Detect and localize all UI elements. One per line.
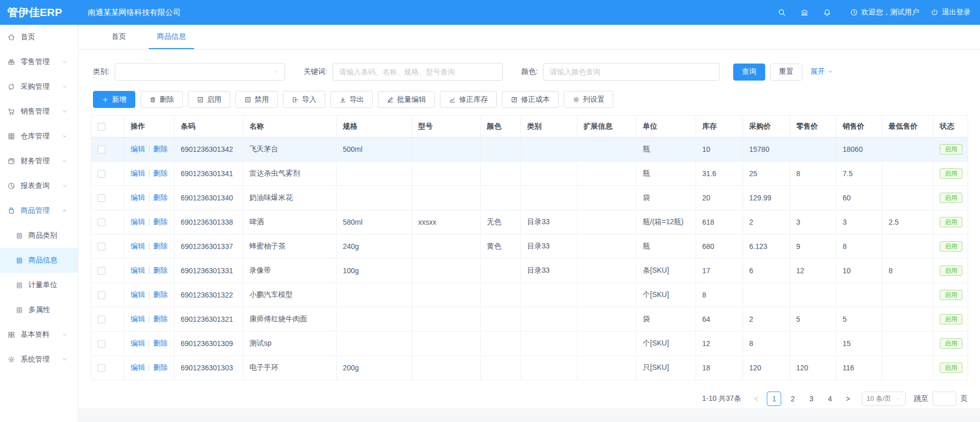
cell-model [412, 283, 481, 307]
row-checkbox[interactable] [98, 267, 105, 275]
expand-toggle[interactable]: 展开 [811, 67, 833, 76]
row-checkbox[interactable] [98, 218, 105, 226]
row-checkbox[interactable] [98, 146, 105, 153]
edit-link[interactable]: 编辑 [131, 266, 145, 274]
edit-link[interactable]: 编辑 [131, 242, 145, 250]
sidebar-item-8[interactable]: 基本资料 [0, 322, 78, 347]
prev-page-button[interactable]: < [749, 392, 763, 406]
edit-link[interactable]: 编辑 [131, 290, 145, 299]
filter-row: 类别: 关键词: 颜色: 查询 重置 展开 [78, 50, 980, 87]
doc-icon [15, 232, 23, 240]
cell-category: 目录33 [521, 210, 577, 235]
sidebar-item-1[interactable]: 零售管理 [0, 50, 78, 74]
platform-icon[interactable] [793, 0, 816, 25]
toolbar-button-4[interactable]: 导入 [283, 91, 325, 108]
delete-link[interactable]: 删除 [153, 363, 168, 371]
sidebar-subitem-7-0[interactable]: 商品类别 [0, 223, 78, 248]
edit-link[interactable]: 编辑 [131, 363, 145, 371]
cell-name: 小鹏汽车模型 [243, 283, 337, 307]
toolbar-button-1[interactable]: 删除 [140, 91, 183, 108]
edit-link[interactable]: 编辑 [131, 169, 145, 177]
pagination-total: 1-10 共37条 [702, 394, 741, 403]
notification-bell-icon[interactable] [816, 0, 839, 25]
row-checkbox[interactable] [98, 194, 105, 202]
delete-link[interactable]: 删除 [153, 266, 168, 274]
add-button[interactable]: 新增 [93, 91, 135, 108]
row-checkbox[interactable] [98, 291, 105, 299]
sidebar-item-label: 商品管理 [21, 206, 50, 215]
sidebar: 首页零售管理采购管理销售管理仓库管理财务管理报表查询商品管理商品类别商品信息计量… [0, 25, 78, 422]
sidebar-item-2[interactable]: 采购管理 [0, 74, 78, 99]
reset-button[interactable]: 重置 [770, 64, 802, 81]
category-select[interactable] [115, 63, 285, 81]
edit-link[interactable]: 编辑 [131, 315, 145, 323]
delete-link[interactable]: 删除 [153, 315, 168, 323]
search-button[interactable]: 查询 [733, 64, 765, 81]
tab-1[interactable]: 商品信息 [149, 25, 194, 49]
cell-stock: 680 [696, 235, 743, 259]
cell-stock: 17 [696, 259, 743, 283]
cell-category [521, 186, 577, 210]
edit-link[interactable]: 编辑 [131, 193, 145, 201]
sidebar-subitem-7-3[interactable]: 多属性 [0, 298, 78, 322]
color-input[interactable] [543, 63, 720, 81]
edit-link[interactable]: 编辑 [131, 145, 145, 153]
sidebar-item-9[interactable]: 系统管理 [0, 347, 78, 372]
toolbar-button-9[interactable]: 列设置 [564, 91, 613, 108]
delete-link[interactable]: 删除 [153, 193, 168, 201]
jump-page-input[interactable] [932, 392, 956, 406]
sidebar-item-7[interactable]: 商品管理 [0, 198, 78, 223]
cell-retail [790, 332, 836, 356]
page-number-1[interactable]: 1 [767, 392, 781, 406]
edit-link[interactable]: 编辑 [131, 217, 145, 226]
delete-link[interactable]: 删除 [153, 145, 168, 153]
main-area: 首页商品信息 类别: 关键词: 颜色: 查询 重置 展开 [78, 25, 980, 422]
col-header: 零售价 [790, 116, 836, 137]
sidebar-item-3[interactable]: 销售管理 [0, 99, 78, 124]
select-all-checkbox[interactable] [98, 123, 105, 131]
sidebar-subitem-7-2[interactable]: 计量单位 [0, 273, 78, 298]
row-checkbox[interactable] [98, 170, 105, 178]
sidebar-item-5[interactable]: 财务管理 [0, 149, 78, 174]
toolbar-button-6[interactable]: 批量编辑 [378, 91, 435, 108]
page-size-select[interactable]: 10 条/页 [862, 392, 906, 406]
logout-button[interactable]: 退出登录 [930, 8, 971, 17]
delete-link[interactable]: 删除 [153, 217, 168, 226]
cell-stock: 8 [696, 283, 743, 307]
sidebar-item-0[interactable]: 首页 [0, 25, 78, 50]
edit-link[interactable]: 编辑 [131, 339, 145, 347]
delete-link[interactable]: 删除 [153, 169, 168, 177]
toolbar-button-2[interactable]: 启用 [188, 91, 230, 108]
delete-link[interactable]: 删除 [153, 242, 168, 250]
toolbar-button-5[interactable]: 导出 [330, 91, 373, 108]
chevron-down-icon [61, 108, 68, 115]
row-checkbox[interactable] [98, 243, 105, 251]
next-page-button[interactable]: > [841, 392, 855, 406]
welcome-user[interactable]: 欢迎您，测试用户 [850, 8, 919, 17]
row-checkbox[interactable] [98, 316, 105, 323]
page-number-4[interactable]: 4 [823, 392, 837, 406]
search-icon[interactable] [770, 0, 793, 25]
sidebar-item-6[interactable]: 报表查询 [0, 174, 78, 198]
sidebar-item-4[interactable]: 仓库管理 [0, 124, 78, 149]
cell-min_price [882, 235, 934, 259]
toolbar-button-3[interactable]: 禁用 [235, 91, 278, 108]
row-checkbox[interactable] [98, 364, 105, 372]
toolbar-button-7[interactable]: 修正库存 [440, 91, 497, 108]
cell-min_price: 2.5 [882, 210, 934, 235]
page-number-2[interactable]: 2 [785, 392, 800, 406]
delete-link[interactable]: 删除 [153, 339, 168, 347]
col-header: 库存 [696, 116, 743, 137]
cell-ext [577, 283, 637, 307]
cell-sale: 15 [836, 332, 882, 356]
delete-link[interactable]: 删除 [153, 290, 168, 299]
keyword-input[interactable] [333, 63, 503, 81]
toolbar-button-8[interactable]: 修正成本 [502, 91, 559, 108]
row-checkbox[interactable] [98, 340, 105, 348]
cell-retail: 120 [790, 356, 836, 380]
basic-icon [7, 331, 15, 339]
tab-0[interactable]: 首页 [103, 25, 134, 49]
sidebar-subitem-7-1[interactable]: 商品信息 [0, 248, 78, 273]
cell-sale: 8 [836, 235, 882, 259]
page-number-3[interactable]: 3 [804, 392, 818, 406]
